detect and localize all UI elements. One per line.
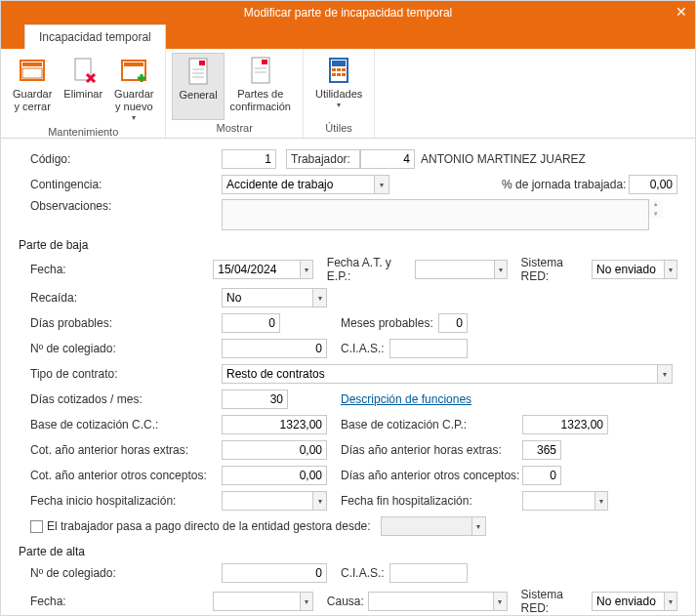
trabajador-label: Trabajador:: [286, 149, 360, 169]
svg-rect-18: [337, 68, 341, 71]
recaida-select[interactable]: [222, 288, 313, 308]
cias-baja-label: C.I.A.S.:: [341, 342, 389, 355]
colegiado-baja-label: Nº de colegiado:: [19, 342, 222, 355]
save-new-icon: [118, 55, 149, 86]
ribbon-group-utiles: Utilidades ▾ Útiles: [304, 49, 375, 138]
dias-otros-field[interactable]: [522, 466, 561, 485]
cot-horas-field[interactable]: [222, 440, 327, 460]
pct-jornada-label: % de jornada trabajada:: [502, 178, 629, 191]
chevron-down-icon: ▾: [472, 516, 486, 536]
trabajador-nombre: ANTONIO MARTINEZ JUAREZ: [421, 152, 586, 166]
colegiado-baja-field[interactable]: [222, 339, 327, 358]
sistema-red-baja-label: Sistema RED:: [521, 256, 593, 283]
sistema-red-alta-label: Sistema RED:: [521, 588, 593, 615]
pago-directo-label: El trabajador pasa a pago directo de la …: [47, 519, 371, 533]
dias-horas-label: Días año anterior horas extras:: [341, 443, 522, 457]
pct-jornada-field[interactable]: [629, 175, 677, 194]
cias-alta-field[interactable]: [389, 563, 468, 583]
window: Modificar parte de incapacidad temporal …: [0, 0, 696, 616]
document-confirm-icon: [245, 55, 276, 86]
chevron-down-icon[interactable]: ▾: [595, 491, 608, 511]
dias-otros-label: Días año anterior otros conceptos:: [341, 469, 522, 482]
cias-alta-label: C.I.A.S.:: [341, 566, 389, 580]
fecha-baja-label: Fecha:: [19, 263, 213, 276]
fecha-at-field[interactable]: [415, 260, 495, 279]
dias-prob-label: Días probables:: [19, 316, 222, 330]
meses-prob-field[interactable]: [438, 313, 468, 333]
base-cp-field[interactable]: [522, 415, 608, 434]
guardar-nuevo-button[interactable]: Guardary nuevo ▾: [108, 53, 159, 124]
chevron-down-icon[interactable]: ▾: [665, 592, 677, 611]
fecha-alta-label: Fecha:: [19, 595, 213, 608]
causa-label: Causa:: [327, 595, 368, 608]
ribbon: Guardary cerrar Eliminar Guardary nuevo …: [1, 49, 695, 139]
pago-directo-date: [381, 516, 472, 536]
tipo-contrato-select[interactable]: [222, 364, 658, 384]
pago-directo-checkbox[interactable]: [30, 520, 43, 533]
svg-rect-20: [332, 73, 336, 76]
meses-prob-label: Meses probables:: [341, 316, 438, 330]
cot-otros-label: Cot. año anterior otros conceptos:: [19, 469, 222, 482]
causa-select[interactable]: [368, 592, 494, 611]
close-icon[interactable]: ✕: [676, 4, 687, 20]
fecha-baja-field[interactable]: [213, 260, 300, 279]
colegiado-alta-label: Nº de colegiado:: [19, 566, 222, 580]
sistema-red-baja-select[interactable]: [592, 260, 664, 279]
fecha-ini-hosp-field[interactable]: [222, 491, 313, 511]
chevron-down-icon[interactable]: ▾: [301, 592, 314, 611]
form: Código: Trabajador: ANTONIO MARTINEZ JUA…: [1, 139, 695, 616]
chevron-down-icon[interactable]: ▾: [658, 364, 673, 384]
sistema-red-alta-select[interactable]: [592, 592, 664, 611]
base-cc-field[interactable]: [222, 415, 327, 434]
guardar-cerrar-button[interactable]: Guardary cerrar: [7, 53, 58, 124]
document-icon: [183, 56, 214, 87]
fecha-alta-field[interactable]: [213, 592, 300, 611]
chevron-down-icon[interactable]: ▾: [301, 260, 314, 279]
eliminar-button[interactable]: Eliminar: [58, 53, 108, 124]
svg-rect-19: [342, 68, 346, 71]
cias-baja-field[interactable]: [389, 339, 468, 358]
calculator-icon: [323, 55, 354, 86]
cot-otros-field[interactable]: [222, 466, 327, 485]
chevron-down-icon: ▾: [132, 113, 136, 122]
window-title: Modificar parte de incapacidad temporal: [244, 6, 452, 20]
general-button[interactable]: General: [172, 53, 224, 120]
svg-rect-16: [332, 61, 346, 66]
tab-strip: Incapacidad temporal: [1, 24, 695, 49]
tab-incapacidad[interactable]: Incapacidad temporal: [24, 24, 166, 49]
fecha-at-label: Fecha A.T. y E.P.:: [327, 256, 415, 283]
section-alta-title: Parte de alta: [19, 545, 677, 558]
fecha-fin-hosp-field[interactable]: [522, 491, 595, 511]
chevron-down-icon[interactable]: ▾: [313, 288, 327, 308]
titlebar: Modificar parte de incapacidad temporal …: [1, 1, 695, 24]
ribbon-group-mantenimiento: Guardary cerrar Eliminar Guardary nuevo …: [1, 49, 166, 138]
chevron-down-icon[interactable]: ▾: [313, 491, 327, 511]
svg-rect-21: [337, 73, 341, 76]
partes-confirmacion-button[interactable]: Partes deconfirmación: [225, 53, 297, 120]
utilidades-button[interactable]: Utilidades ▾: [309, 53, 368, 120]
colegiado-alta-field[interactable]: [222, 563, 327, 583]
chevron-down-icon[interactable]: ▾: [495, 260, 509, 279]
svg-rect-17: [332, 68, 336, 71]
observaciones-scroll[interactable]: ▴▾: [649, 199, 663, 219]
observaciones-label: Observaciones:: [19, 199, 222, 213]
ribbon-group-caption: Útiles: [309, 120, 368, 136]
descripcion-funciones-link[interactable]: Descripción de funciones: [341, 392, 471, 406]
dias-horas-field[interactable]: [522, 440, 561, 460]
trabajador-num-field[interactable]: [360, 149, 415, 169]
contingencia-label: Contingencia:: [19, 178, 222, 191]
chevron-down-icon: ▾: [337, 101, 341, 109]
ribbon-group-mostrar: General Partes deconfirmación Mostrar: [166, 49, 304, 138]
codigo-label: Código:: [19, 152, 222, 166]
ribbon-group-caption: Mostrar: [172, 120, 297, 136]
ribbon-group-caption: Mantenimiento: [7, 124, 159, 140]
dias-prob-field[interactable]: [222, 313, 280, 333]
codigo-field[interactable]: [222, 149, 276, 169]
chevron-down-icon[interactable]: ▾: [494, 592, 508, 611]
contingencia-select[interactable]: [222, 175, 375, 194]
chevron-down-icon[interactable]: ▾: [375, 175, 389, 194]
observaciones-field[interactable]: [222, 199, 649, 230]
chevron-down-icon[interactable]: ▾: [665, 260, 677, 279]
fecha-ini-hosp-label: Fecha inicio hospitalización:: [19, 494, 222, 508]
dias-cotizados-field[interactable]: [222, 390, 288, 409]
